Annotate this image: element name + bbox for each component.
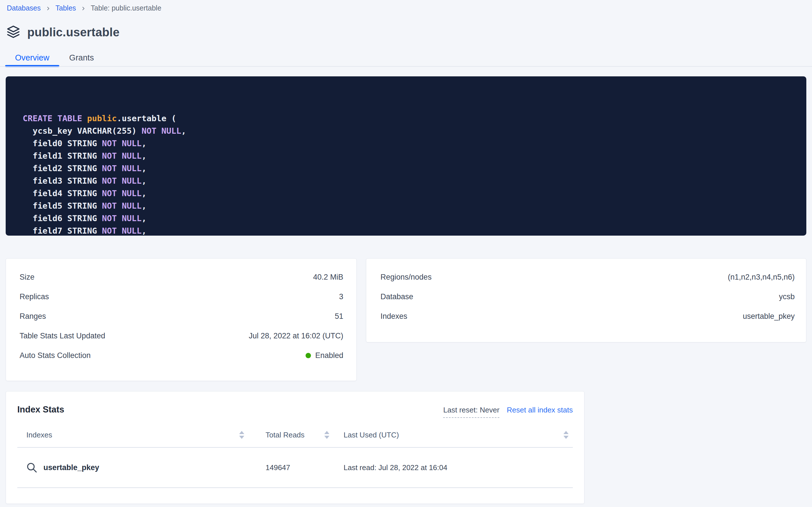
stat-label: Indexes bbox=[380, 312, 408, 321]
sql-line: field2 STRING NOT NULL, bbox=[23, 162, 806, 175]
breadcrumb-databases[interactable]: Databases bbox=[7, 4, 41, 12]
column-header-indexes[interactable]: Indexes bbox=[26, 431, 52, 440]
breadcrumb-tables[interactable]: Tables bbox=[56, 4, 76, 12]
tab-overview-label: Overview bbox=[15, 53, 49, 62]
tab-grants[interactable]: Grants bbox=[59, 49, 104, 67]
stat-value: Jul 28, 2022 at 16:02 (UTC) bbox=[249, 332, 343, 340]
stat-label: Replicas bbox=[19, 292, 49, 301]
stat-row-indexes: Indexes usertable_pkey bbox=[380, 306, 795, 326]
sql-line: field6 STRING NOT NULL, bbox=[23, 212, 806, 225]
breadcrumb: Databases Tables Table: public.usertable bbox=[0, 0, 812, 12]
sort-arrows-icon[interactable] bbox=[324, 431, 329, 439]
tabbar-divider bbox=[0, 66, 812, 67]
page-title: public.usertable bbox=[27, 25, 119, 39]
stat-label: Ranges bbox=[19, 312, 46, 321]
column-header-last-used[interactable]: Last Used (UTC) bbox=[343, 431, 399, 440]
search-icon bbox=[26, 462, 38, 473]
stat-value: ycsb bbox=[779, 292, 795, 301]
stat-value: 3 bbox=[339, 292, 343, 301]
stat-label: Table Stats Last Updated bbox=[19, 332, 105, 340]
index-name-link[interactable]: usertable_pkey bbox=[44, 463, 99, 472]
last-reset-label: Last reset: Never bbox=[443, 406, 499, 418]
sql-line: field7 STRING NOT NULL, bbox=[23, 225, 806, 236]
stat-row-size: Size 40.2 MiB bbox=[19, 267, 343, 287]
stat-value: usertable_pkey bbox=[743, 312, 795, 321]
status-text: Enabled bbox=[315, 351, 343, 360]
sort-arrows-icon[interactable] bbox=[563, 431, 569, 439]
stat-label: Auto Stats Collection bbox=[19, 351, 91, 360]
page-header: public.usertable bbox=[6, 25, 812, 40]
sql-line: ycsb_key VARCHAR(255) NOT NULL, bbox=[23, 125, 806, 137]
stat-row-auto-stats: Auto Stats Collection Enabled bbox=[19, 346, 343, 365]
tab-bar: Overview Grants bbox=[0, 49, 812, 67]
stat-row-stats-updated: Table Stats Last Updated Jul 28, 2022 at… bbox=[19, 326, 343, 346]
stat-value: Enabled bbox=[306, 351, 343, 360]
sql-line: field5 STRING NOT NULL, bbox=[23, 200, 806, 212]
sql-code: CREATE TABLE public.usertable ( ycsb_key… bbox=[23, 112, 806, 236]
last-used-value: Last read: Jul 28, 2022 at 16:04 bbox=[329, 463, 573, 472]
stat-row-replicas: Replicas 3 bbox=[19, 287, 343, 306]
total-reads-value: 149647 bbox=[244, 463, 329, 472]
stat-value: 51 bbox=[335, 312, 343, 321]
sql-line: field4 STRING NOT NULL, bbox=[23, 187, 806, 200]
chevron-right-icon bbox=[45, 6, 51, 11]
table-detail-page: Databases Tables Table: public.usertable… bbox=[0, 0, 812, 507]
stack-icon bbox=[6, 25, 20, 40]
sql-code-block[interactable]: CREATE TABLE public.usertable ( ycsb_key… bbox=[6, 76, 806, 236]
stat-row-database: Database ycsb bbox=[380, 287, 795, 306]
stat-row-regions: Regions/nodes (n1,n2,n3,n4,n5,n6) bbox=[380, 267, 795, 287]
breadcrumb-current: Table: public.usertable bbox=[91, 4, 162, 12]
index-table-row: usertable_pkey 149647 Last read: Jul 28,… bbox=[17, 448, 573, 488]
table-meta-card: Regions/nodes (n1,n2,n3,n4,n5,n6) Databa… bbox=[366, 258, 806, 342]
reset-index-stats-link[interactable]: Reset all index stats bbox=[507, 406, 573, 414]
stat-label: Size bbox=[19, 273, 35, 282]
stat-value: 40.2 MiB bbox=[313, 273, 343, 282]
sort-arrows-icon[interactable] bbox=[239, 431, 244, 439]
stat-label: Regions/nodes bbox=[380, 273, 432, 282]
sql-line: field1 STRING NOT NULL, bbox=[23, 150, 806, 162]
index-stats-title: Index Stats bbox=[17, 404, 64, 415]
sql-line: field0 STRING NOT NULL, bbox=[23, 137, 806, 150]
tab-overview[interactable]: Overview bbox=[5, 49, 59, 67]
tab-grants-label: Grants bbox=[69, 53, 94, 62]
stat-row-ranges: Ranges 51 bbox=[19, 306, 343, 326]
index-stats-card: Index Stats Last reset: Never Reset all … bbox=[6, 391, 584, 504]
index-table-header: Indexes Total Reads Last Used (UTC) bbox=[17, 423, 573, 448]
stat-value: (n1,n2,n3,n4,n5,n6) bbox=[728, 273, 795, 282]
table-stats-card: Size 40.2 MiB Replicas 3 Ranges 51 Table… bbox=[6, 258, 357, 381]
sql-line: CREATE TABLE public.usertable ( bbox=[23, 112, 806, 125]
sql-line: field3 STRING NOT NULL, bbox=[23, 175, 806, 187]
chevron-right-icon bbox=[80, 6, 86, 11]
column-header-total-reads[interactable]: Total Reads bbox=[265, 431, 304, 440]
stat-label: Database bbox=[380, 292, 414, 301]
green-dot-icon bbox=[306, 353, 311, 358]
